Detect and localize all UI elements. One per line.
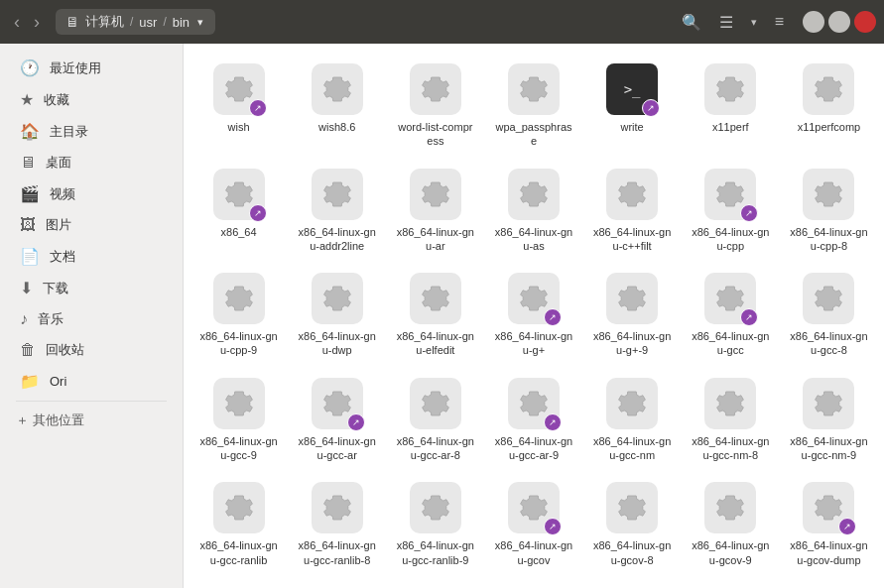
gear-icon: [704, 378, 756, 429]
breadcrumb-usr[interactable]: usr: [139, 15, 157, 30]
file-item[interactable]: x86_64-linux-gnu-cpp-9: [191, 265, 286, 366]
file-item[interactable]: ↗x86_64-linux-gnu-gcc-ar-9: [486, 370, 580, 471]
sidebar-item-trash[interactable]: 🗑 回收站: [4, 335, 179, 365]
file-item[interactable]: word-list-compress: [388, 56, 482, 157]
file-label: x86_64-linux-gnu-as: [494, 225, 573, 254]
file-item[interactable]: x86_64-linux-gnu-addr2line: [290, 161, 384, 262]
file-item[interactable]: ↗x86_64: [191, 161, 286, 262]
sidebar-item-home[interactable]: 🏠 主目录: [4, 116, 179, 147]
file-item[interactable]: x86_64-linux-gnu-dwp: [290, 265, 384, 366]
file-label: x11perf: [712, 120, 749, 134]
gear-icon: [410, 63, 461, 115]
gear-icon: [704, 63, 756, 115]
sidebar-item-ori[interactable]: 📁 Ori: [4, 366, 179, 397]
gear-icon: [803, 63, 854, 115]
file-item[interactable]: x86_64-linux-gnu-g+-9: [585, 265, 680, 366]
file-item[interactable]: ↗x86_64-linux-gnu-gcc-ar: [290, 370, 384, 471]
file-item[interactable]: >_↗write: [585, 56, 680, 157]
file-label: x86_64-linux-gnu-gcc-ar-9: [494, 434, 573, 463]
folder-icon: 📁: [20, 372, 40, 391]
file-item[interactable]: x86_64-linux-gnu-cpp-8: [782, 161, 876, 262]
sidebar-item-desktop[interactable]: 🖥 桌面: [4, 148, 179, 177]
sidebar-item-recent[interactable]: 🕐 最近使用: [4, 53, 179, 83]
file-item[interactable]: x86_64-linux-gnu-gcc-nm-8: [684, 370, 778, 471]
file-item[interactable]: x86_64-linux-gnu-gcc-ar-8: [388, 370, 482, 471]
file-item[interactable]: x11perfcomp: [782, 56, 876, 157]
recent-icon: 🕐: [20, 59, 40, 77]
file-item[interactable]: ↗x86_64-linux-gnu-g+: [486, 265, 580, 366]
file-item[interactable]: wish8.6: [290, 56, 384, 157]
back-button[interactable]: ‹: [8, 9, 26, 35]
file-icon-wrap: [803, 378, 854, 429]
sidebar-item-videos[interactable]: 🎬 视频: [4, 178, 179, 209]
file-label: x11perfcomp: [798, 120, 861, 134]
nav-buttons: ‹ ›: [8, 9, 46, 35]
file-item[interactable]: x86_64-linux-gnu-ar: [388, 161, 482, 262]
sidebar-label-favorites: 收藏: [44, 91, 69, 109]
file-item[interactable]: x86_64-linux-gnu-gcc-ranlib: [191, 474, 286, 575]
file-item[interactable]: wpa_passphrase: [486, 56, 580, 157]
sidebar-item-favorites[interactable]: ★ 收藏: [4, 84, 179, 115]
sidebar-label-pictures: 图片: [46, 216, 71, 234]
sidebar-item-music[interactable]: ♪ 音乐: [4, 304, 179, 334]
file-item[interactable]: x86_64-linux-gnu-gcc-ranlib-9: [388, 474, 482, 575]
file-item[interactable]: ↗x86_64-linux-gnu-gcc: [684, 265, 778, 366]
search-button[interactable]: 🔍: [675, 9, 708, 36]
gear-icon: [213, 378, 265, 429]
file-item[interactable]: ↗x86_64-linux-gnu-cpp: [684, 161, 778, 262]
file-label: x86_64-linux-gnu-g+: [494, 329, 573, 358]
file-label: x86_64-linux-gnu-gcc-ar: [298, 434, 377, 463]
file-item[interactable]: x86_64-linux-gnu-gcc-9: [191, 370, 286, 471]
symlink-badge: ↗: [249, 99, 267, 117]
sidebar-label-home: 主目录: [50, 123, 88, 141]
file-item[interactable]: x86_64-linux-gnu-gcc-ranlib-8: [290, 474, 384, 575]
minimize-button[interactable]: –: [803, 11, 824, 33]
file-icon-wrap: [606, 169, 658, 220]
file-label: word-list-compress: [396, 120, 475, 149]
file-icon-wrap: [312, 169, 363, 220]
gear-icon: [312, 482, 363, 533]
file-item[interactable]: ↗x86_64-linux-gnu-gcov: [486, 474, 580, 575]
file-label: x86_64-linux-gnu-c++filt: [592, 225, 672, 254]
file-item[interactable]: x86_64-linux-gnu-gcc-nm: [585, 370, 680, 471]
file-item[interactable]: x86_64-linux-gnu-gcov-8: [585, 474, 680, 575]
gear-icon: [606, 378, 658, 429]
symlink-badge: ↗: [740, 204, 758, 222]
file-item[interactable]: x86_64-linux-gnu-c++filt: [585, 161, 680, 262]
file-item[interactable]: x86_64-linux-gnu-gcov-9: [684, 474, 778, 575]
file-label: x86_64-linux-gnu-dwp: [298, 329, 377, 358]
file-item[interactable]: x11perf: [684, 56, 778, 157]
file-label: x86_64-linux-gnu-gcov-9: [691, 538, 770, 567]
view-dropdown-button[interactable]: ▾: [744, 12, 764, 33]
view-button[interactable]: ☰: [712, 9, 740, 36]
file-label: x86_64-linux-gnu-ar: [396, 225, 475, 254]
breadcrumb-computer[interactable]: 计算机: [85, 13, 124, 31]
forward-button[interactable]: ›: [28, 9, 46, 35]
file-item[interactable]: x86_64-linux-gnu-gcc-nm-9: [782, 370, 876, 471]
gear-icon: [312, 273, 363, 324]
sidebar-item-pictures[interactable]: 🖼 图片: [4, 210, 179, 240]
breadcrumb-bin[interactable]: bin: [173, 15, 189, 30]
gear-icon: [606, 169, 658, 220]
file-item[interactable]: x86_64-linux-gnu-as: [486, 161, 580, 262]
file-item[interactable]: ↗x86_64-linux-gnu-gcov-dump: [782, 474, 876, 575]
file-icon-wrap: ↗: [704, 169, 756, 220]
sidebar-label-recent: 最近使用: [50, 59, 101, 77]
download-icon: ⬇: [20, 279, 33, 297]
close-button[interactable]: ×: [854, 11, 876, 33]
breadcrumb-sep-1: /: [130, 15, 133, 29]
sidebar-add-other[interactable]: ＋ 其他位置: [0, 406, 183, 435]
menu-button[interactable]: ≡: [768, 9, 791, 35]
breadcrumb-dropdown-button[interactable]: ▾: [195, 16, 205, 29]
sidebar-item-documents[interactable]: 📄 文档: [4, 241, 179, 272]
maximize-button[interactable]: □: [828, 11, 850, 33]
file-icon-wrap: ↗: [803, 482, 854, 533]
file-icon-wrap: [410, 63, 461, 115]
file-item[interactable]: x86_64-linux-gnu-elfedit: [388, 265, 482, 366]
file-item[interactable]: ↗wish: [191, 56, 286, 157]
file-icon-wrap: [213, 482, 265, 533]
file-item[interactable]: x86_64-linux-gnu-gcc-8: [782, 265, 876, 366]
file-grid: ↗wish wish8.6 word-list-compress wpa_pas…: [191, 56, 876, 575]
sidebar-item-downloads[interactable]: ⬇ 下载: [4, 273, 179, 303]
home-icon: 🏠: [20, 122, 40, 141]
